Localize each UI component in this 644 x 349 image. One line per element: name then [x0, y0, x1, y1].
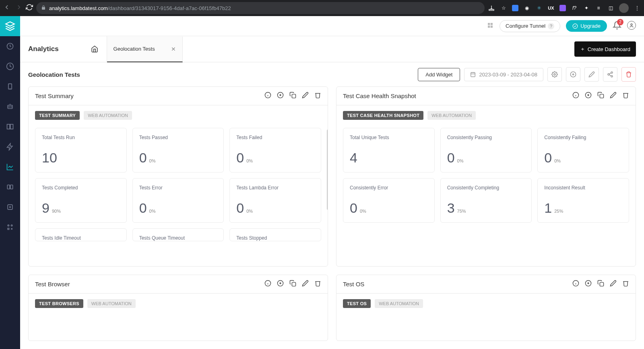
create-dashboard-button[interactable]: ＋ Create Dashboard [574, 41, 636, 57]
sidebar-device[interactable] [0, 76, 20, 96]
svg-rect-25 [471, 72, 475, 77]
date-range-picker[interactable]: 2023-03-09 - 2023-04-08 [464, 68, 543, 81]
stat-value: 0 [447, 150, 455, 166]
svg-rect-11 [7, 185, 10, 189]
info-icon[interactable] [264, 280, 271, 288]
stat-value: 0 [236, 150, 244, 166]
help-icon: ? [548, 23, 554, 29]
playlist-icon[interactable]: ≡ [595, 4, 602, 12]
browser-avatar[interactable] [619, 3, 629, 13]
widget-tag: WEB AUTOMATION [427, 111, 476, 120]
trash-icon[interactable] [314, 280, 321, 288]
download-icon[interactable] [585, 92, 592, 100]
react-icon[interactable]: ⚛ [535, 4, 543, 12]
stat-label: Tests Failed [236, 135, 314, 140]
inner-scrollbar[interactable] [327, 129, 328, 210]
ux-icon[interactable]: UX [547, 4, 555, 12]
home-tab[interactable] [83, 36, 107, 62]
copy-icon[interactable] [597, 92, 604, 100]
notifications-button[interactable]: 2 [613, 21, 621, 31]
puzzle-icon[interactable]: ✦ [583, 4, 590, 12]
kebab-icon[interactable]: ⋮ [634, 4, 641, 12]
sidebar-add[interactable] [0, 197, 20, 217]
tab-geolocation[interactable]: Geolocation Tests ✕ [107, 37, 183, 62]
apps-grid-icon[interactable] [487, 22, 494, 31]
star-icon[interactable]: ☆ [500, 4, 507, 12]
svg-point-29 [554, 74, 555, 75]
sidebar-history[interactable] [0, 56, 20, 76]
sidebar-integrations[interactable] [0, 217, 20, 237]
stat-pct: 0% [360, 209, 366, 214]
pencil-icon[interactable] [610, 92, 617, 100]
sidebar-layers[interactable] [0, 177, 20, 197]
page-title: Analytics [28, 45, 83, 53]
copy-icon[interactable] [597, 280, 604, 288]
svg-point-6 [9, 107, 10, 107]
sidebar-dashboard[interactable] [0, 36, 20, 56]
ext-blue-icon[interactable] [512, 5, 518, 11]
url-bar[interactable]: analytics.lambdatest.com/dashboard/31343… [36, 2, 485, 14]
stat-value: 0 [544, 150, 552, 166]
upgrade-button[interactable]: Upgrade [566, 20, 607, 32]
upgrade-label: Upgrade [580, 23, 601, 29]
download-icon[interactable] [277, 92, 284, 100]
trash-icon[interactable] [622, 280, 629, 288]
edit-button[interactable] [584, 67, 599, 82]
app-logo[interactable] [0, 16, 20, 36]
stat-box: Inconsistent Result125% [537, 178, 629, 223]
widget-tag: WEB AUTOMATION [84, 111, 132, 120]
sidebar-robot[interactable] [0, 96, 20, 117]
svg-line-36 [609, 75, 611, 76]
ext-f-icon[interactable]: f? [571, 4, 578, 12]
forward-icon[interactable] [15, 4, 23, 12]
info-icon[interactable] [572, 280, 579, 288]
add-widget-button[interactable]: Add Widget [418, 68, 460, 81]
camera-icon[interactable]: ◉ [523, 4, 530, 12]
sidebar-compare[interactable] [0, 117, 20, 137]
tab-close-icon[interactable]: ✕ [171, 46, 176, 52]
stat-label: Inconsistent Result [544, 185, 622, 191]
delete-button[interactable] [621, 67, 636, 82]
pencil-icon[interactable] [302, 280, 309, 288]
pencil-icon[interactable] [302, 92, 309, 100]
share-button[interactable] [603, 67, 617, 82]
stat-box: Total Unique Tests4 [343, 128, 435, 172]
download-icon[interactable] [585, 280, 592, 288]
trash-icon[interactable] [314, 92, 321, 100]
ext-purple-icon[interactable] [559, 5, 566, 11]
stat-box: Consistently Completing375% [440, 178, 532, 223]
trash-icon[interactable] [622, 92, 629, 100]
stat-pct: 0% [246, 209, 253, 214]
share-icon[interactable] [488, 4, 495, 12]
svg-rect-0 [489, 9, 494, 10]
widget-health-snapshot: Test Case Health Snapshot TEST CASE HEAL… [336, 86, 636, 267]
pencil-icon[interactable] [610, 280, 617, 288]
info-icon[interactable] [264, 92, 271, 100]
configure-tunnel-button[interactable]: Configure Tunnel ? [500, 20, 560, 32]
back-icon[interactable] [3, 4, 10, 12]
sidebar-bolt[interactable] [0, 137, 20, 157]
stat-label: Tests Passed [139, 135, 217, 140]
copy-icon[interactable] [289, 92, 296, 100]
svg-point-23 [573, 24, 578, 29]
svg-rect-10 [10, 124, 13, 129]
download-icon[interactable] [277, 280, 284, 288]
svg-rect-18 [8, 228, 9, 230]
sidebar-analytics[interactable] [0, 157, 20, 177]
reload-icon[interactable] [26, 4, 33, 12]
panel-icon[interactable]: ◫ [607, 4, 614, 12]
stat-label: Total Tests Run [42, 135, 120, 140]
user-menu[interactable] [627, 21, 636, 31]
copy-icon[interactable] [289, 280, 296, 288]
browser-chrome: analytics.lambdatest.com/dashboard/31343… [0, 0, 644, 16]
add-circle-button[interactable] [566, 67, 580, 82]
configure-tunnel-label: Configure Tunnel [506, 23, 545, 29]
stat-value: 10 [42, 150, 57, 166]
settings-button[interactable] [547, 67, 562, 82]
stat-box: Tests Passed00% [132, 128, 224, 172]
svg-rect-52 [292, 282, 295, 286]
stat-pct: 0% [149, 158, 156, 163]
info-icon[interactable] [572, 92, 579, 100]
widget-badge: TEST CASE HEALTH SNAPSHOT [343, 111, 423, 120]
svg-point-35 [611, 76, 613, 77]
